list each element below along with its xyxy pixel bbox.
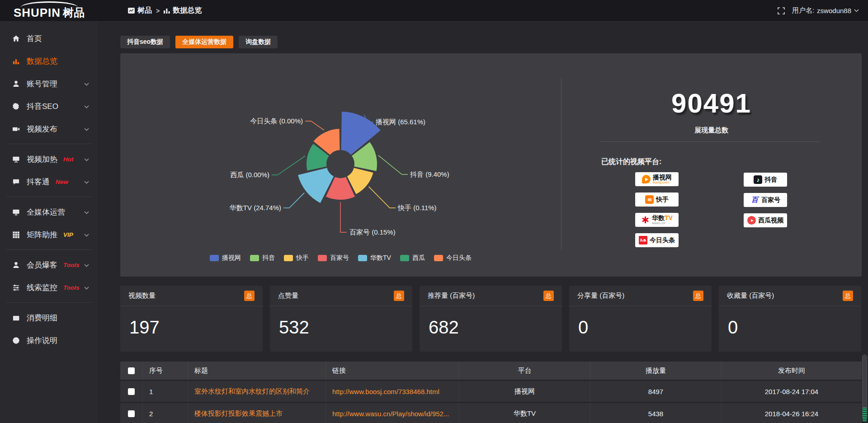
sidebar-item-label: 视频发布: [27, 124, 57, 134]
summary-section: 90491 展现量总数 已统计的视频平台: 播视网boosj.com88快手华数…: [561, 53, 862, 277]
legend-item-今日头条[interactable]: 今日头条: [434, 254, 472, 262]
sidebar-item-label: 矩阵助推: [27, 230, 57, 240]
sidebar-item-label: 会员爆客: [27, 260, 57, 270]
legend-item-百家号[interactable]: 百家号: [318, 254, 349, 262]
legend-item-抖音[interactable]: 抖音: [250, 254, 275, 262]
row-checkbox[interactable]: [128, 388, 135, 395]
sidebar-item-badge: VIP: [63, 231, 73, 238]
legend-item-西瓜[interactable]: 西瓜: [400, 254, 425, 262]
pie-label-line: [305, 121, 324, 130]
sidebar-item-抖音SEO[interactable]: 抖音SEO: [0, 95, 98, 118]
card-value: 532: [270, 306, 412, 338]
video-table: 序号标题链接平台播放量发布时间1室外水纹灯和室内水纹灯的区别和简介http://…: [120, 362, 862, 423]
kuaishou-logo-icon: 88: [645, 195, 654, 204]
cell-time: 2018-04-26 16:24: [722, 403, 862, 423]
row-checkbox[interactable]: [128, 410, 135, 417]
cell-platform: 华数TV: [459, 403, 590, 423]
pie-label-西瓜: 西瓜 (0.00%): [170, 171, 269, 179]
sidebar-item-抖客通[interactable]: 抖客通New: [0, 170, 98, 193]
fullscreen-icon[interactable]: [778, 7, 785, 14]
user-icon: [11, 80, 21, 88]
sidebar-item-线索监控[interactable]: 线索监控Tools: [0, 276, 98, 299]
sliders-icon: [11, 284, 21, 291]
rose-pie-chart: 播视网抖音快手百家号华数TV西瓜今日头条 播视网 (65.61%)抖音 (9.4…: [120, 53, 561, 277]
legend-label: 西瓜: [412, 254, 425, 262]
sidebar-item-badge: Tools: [63, 284, 80, 291]
sidebar-item-全媒体运营[interactable]: 全媒体运营: [0, 201, 98, 223]
sidebar-item-label: 操作说明: [27, 335, 57, 346]
sidebar-item-label: 视频加热: [27, 154, 57, 164]
sidebar-item-矩阵助推[interactable]: 矩阵助推VIP: [0, 223, 98, 246]
sidebar-divider: [6, 197, 92, 197]
column-header-链接: 链接: [326, 362, 459, 380]
sidebar-item-会员爆客[interactable]: 会员爆客Tools: [0, 254, 98, 276]
toutiao-logo-icon: 头条: [639, 236, 647, 244]
question-icon: ?: [11, 337, 21, 344]
video-url-link[interactable]: http://www.boosj.com/7338468.html: [332, 388, 439, 395]
stat-card-推荐量 (百家号): 推荐量 (百家号)总682: [420, 286, 562, 352]
table-row: 1室外水纹灯和室内水纹灯的区别和简介http://www.boosj.com/7…: [120, 381, 862, 403]
total-impressions-label: 展现量总数: [561, 126, 862, 135]
home-icon: [11, 35, 21, 42]
card-title: 收藏量 (百家号): [727, 291, 774, 300]
baijiahao-logo-icon: 百: [750, 196, 759, 204]
sidebar-divider: [6, 302, 92, 303]
main-content: 抖音seo数据全媒体运营数据询盘数据 播视网抖音快手百家号华数TV西瓜今日头条 …: [120, 22, 862, 423]
chevron-down-icon: [84, 155, 89, 163]
sidebar-item-label: 全媒体运营: [27, 207, 65, 217]
legend-item-快手[interactable]: 快手: [284, 254, 309, 262]
legend-swatch: [210, 255, 219, 261]
column-header-平台: 平台: [459, 362, 590, 380]
cell-plays: 8497: [590, 381, 722, 402]
sidebar-item-label: 抖音SEO: [27, 101, 58, 112]
video-title-link[interactable]: 楼体投影灯投影效果震撼上市: [194, 409, 283, 418]
pie-label-百家号: 百家号 (0.15%): [349, 228, 396, 237]
pie-label-快手: 快手 (0.11%): [398, 204, 437, 212]
pie-label-line: [340, 202, 347, 232]
logo-arc-decoration: [20, 1, 78, 8]
user-menu[interactable]: 用户名: zswodun88: [792, 6, 859, 15]
card-title: 视频数量: [128, 291, 156, 300]
sidebar-item-label: 数据总览: [27, 56, 57, 66]
video-url-link[interactable]: http://www.wasu.cn/Play/show/id/952...: [332, 410, 449, 418]
video-title-link[interactable]: 室外水纹灯和室内水纹灯的区别和简介: [194, 387, 310, 396]
app-root: SHUPIN 树品 树品>数据总览 用户名: zswodun88 首页数据总览账…: [0, 0, 868, 423]
chat-icon: [11, 178, 21, 186]
breadcrumb-item[interactable]: 数据总览: [164, 6, 202, 15]
legend-item-播视网[interactable]: 播视网: [210, 254, 241, 262]
scrollbar-indicator: [863, 408, 867, 421]
column-header-播放量: 播放量: [590, 362, 722, 380]
sidebar-item-账号管理[interactable]: 账号管理: [0, 72, 98, 95]
stat-card-视频数量: 视频数量总197: [120, 286, 263, 352]
cell-plays: 5438: [590, 403, 722, 423]
legend-label: 百家号: [330, 254, 349, 262]
sidebar-item-badge: Tools: [63, 262, 80, 268]
sidebar-item-首页[interactable]: 首页: [0, 27, 98, 50]
grid-icon: [11, 231, 21, 239]
sidebar-item-视频加热[interactable]: 视频加热Hot: [0, 148, 98, 170]
tab-抖音seo数据[interactable]: 抖音seo数据: [120, 36, 170, 48]
sidebar-item-label: 抖客通: [27, 177, 50, 187]
sidebar-item-视频发布[interactable]: 视频发布: [0, 118, 98, 140]
legend-item-华数TV[interactable]: 华数TV: [358, 254, 391, 262]
sidebar-item-数据总览[interactable]: 数据总览: [0, 50, 98, 72]
table-row: 2楼体投影灯投影效果震撼上市http://www.wasu.cn/Play/sh…: [120, 403, 862, 423]
card-value: 682: [420, 306, 562, 338]
card-total-badge: 总: [244, 291, 255, 301]
platform-badge-百家号: 百百家号: [744, 193, 787, 207]
sidebar-item-badge: Hot: [63, 156, 74, 163]
xigua-logo-icon: [747, 216, 756, 225]
username-label: 用户名:: [792, 6, 814, 15]
boosj-logo-icon: [642, 175, 651, 183]
sidebar-item-操作说明[interactable]: ?操作说明: [0, 329, 98, 352]
pie-label-line: [378, 155, 408, 174]
platform-badge-播视网: 播视网boosj.com: [635, 172, 679, 186]
doc-chart-icon: [128, 8, 135, 14]
select-all-checkbox[interactable]: [128, 367, 135, 374]
summary-rule: [600, 141, 821, 142]
breadcrumb-item[interactable]: 树品: [128, 6, 152, 15]
tab-全媒体运营数据[interactable]: 全媒体运营数据: [175, 36, 233, 48]
tab-询盘数据[interactable]: 询盘数据: [239, 36, 278, 48]
legend-swatch: [400, 255, 409, 261]
sidebar-item-消费明细[interactable]: 消费明细: [0, 306, 98, 329]
